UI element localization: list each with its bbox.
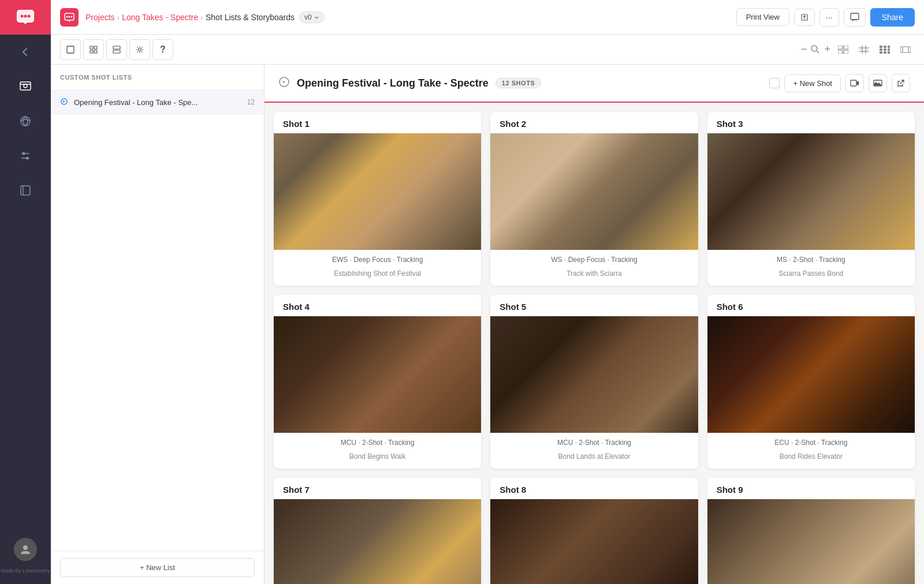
shot-placeholder-6 [707, 316, 915, 433]
tool-layout[interactable] [106, 39, 127, 60]
share-button[interactable]: Share [870, 8, 915, 27]
svg-rect-40 [880, 48, 882, 51]
shot-header-7: Shot 7 [274, 478, 481, 499]
user-avatar[interactable] [14, 538, 37, 561]
shot-card-7[interactable]: Shot 7 [274, 478, 481, 584]
shot-meta-3: MS · 2-Shot · Tracking [707, 250, 915, 267]
shots-grid: Shot 1 EWS · Deep Focus · Tracking Estab… [264, 103, 924, 584]
zoom-in-button[interactable]: + [824, 43, 830, 55]
tool-grid[interactable] [83, 39, 104, 60]
sidebar-item-globe[interactable] [0, 104, 51, 138]
svg-rect-32 [844, 50, 848, 54]
svg-rect-21 [90, 46, 93, 49]
comments-button[interactable] [844, 8, 866, 27]
view-grid-btn[interactable] [875, 42, 894, 58]
version-badge[interactable]: v0 [299, 12, 325, 23]
shot-desc-2: Track with Sciarra [490, 267, 698, 286]
shots-header-actions: + New Shot [769, 74, 910, 92]
help-button[interactable]: ? [152, 39, 173, 60]
shot-card-1[interactable]: Shot 1 EWS · Deep Focus · Tracking Estab… [274, 112, 481, 286]
shot-meta-1: EWS · Deep Focus · Tracking [274, 250, 481, 267]
shot-meta-5: MCU · 2-Shot · Tracking [490, 433, 698, 450]
view-filmstrip-btn[interactable] [896, 42, 915, 58]
svg-rect-51 [851, 80, 856, 86]
shots-count-badge: 12 SHOTS [495, 78, 542, 88]
new-shot-button[interactable]: + New Shot [784, 74, 841, 92]
svg-point-11 [26, 157, 29, 160]
svg-point-9 [23, 152, 25, 155]
shot-card-5[interactable]: Shot 5 MCU · 2-Shot · Tracking Bond Land… [490, 295, 698, 469]
shot-header-2: Shot 2 [490, 112, 698, 133]
shot-desc-5: Bond Lands at Elevator [490, 450, 698, 469]
app-logo[interactable] [0, 0, 51, 35]
shot-header-5: Shot 5 [490, 295, 698, 316]
breadcrumb-projects[interactable]: Projects [85, 13, 115, 22]
shot-card-8[interactable]: Shot 8 [490, 478, 698, 584]
shot-list-label: Opening Festival - Long Take - Spe... [74, 98, 243, 107]
sidebar-item-sliders[interactable] [0, 138, 51, 173]
shot-header-3: Shot 3 [707, 112, 915, 133]
shot-card-3[interactable]: Shot 3 MS · 2-Shot · Tracking Sciarra Pa… [707, 112, 915, 286]
shot-placeholder-9 [707, 499, 915, 584]
print-view-button[interactable]: Print View [736, 8, 789, 26]
shot-image-1 [274, 133, 481, 250]
shot-header-6: Shot 6 [707, 295, 915, 316]
breadcrumb: Projects › Long Takes - Spectre › Shot L… [85, 13, 295, 22]
svg-point-17 [71, 16, 73, 17]
export-button[interactable] [794, 9, 815, 26]
shot-list-item[interactable]: Opening Festival - Long Take - Spe... 12 [51, 91, 264, 114]
svg-point-4 [28, 15, 31, 18]
shot-image-4 [274, 316, 481, 433]
shot-placeholder-5 [490, 316, 698, 433]
shot-image-5 [490, 316, 698, 433]
sidebar: Made By Leanometry [0, 0, 51, 584]
shot-video-button[interactable] [845, 74, 864, 92]
shot-placeholder-3 [707, 133, 915, 250]
shot-list-count: 12 [247, 98, 255, 106]
svg-rect-20 [67, 46, 74, 53]
breadcrumb-sep2: › [200, 13, 203, 22]
sidebar-item-project[interactable] [0, 69, 51, 104]
svg-rect-38 [884, 46, 886, 48]
shot-desc-3: Sciarra Passes Bond [707, 267, 915, 286]
sidebar-item-back[interactable] [0, 35, 51, 69]
tool-frame[interactable] [60, 39, 81, 60]
shot-image-8 [490, 499, 698, 584]
content-area: CUSTOM SHOT LISTS Opening Festival - Lon… [51, 65, 924, 584]
view-list-btn[interactable] [834, 42, 852, 58]
settings-button[interactable] [129, 39, 150, 60]
svg-rect-31 [838, 50, 843, 54]
shot-card-6[interactable]: Shot 6 ECU · 2-Shot · Tracking Bond Ride… [707, 295, 915, 469]
view-table-btn[interactable] [855, 42, 873, 58]
share-link-button[interactable] [892, 74, 910, 92]
shot-list-icon [60, 98, 69, 107]
zoom-out-button[interactable]: − [801, 43, 807, 55]
new-list-button[interactable]: + New List [60, 558, 255, 577]
toolbar: ? − + [51, 35, 924, 65]
shot-image-7 [274, 499, 481, 584]
view-buttons [834, 42, 915, 58]
shot-placeholder-8 [490, 499, 698, 584]
shot-meta-6: ECU · 2-Shot · Tracking [707, 433, 915, 450]
shot-card-4[interactable]: Shot 4 MCU · 2-Shot · Tracking Bond Begi… [274, 295, 481, 469]
more-options-button[interactable]: ··· [819, 8, 839, 27]
svg-point-2 [21, 15, 24, 18]
shot-image-button[interactable] [869, 74, 887, 92]
select-all-checkbox[interactable] [769, 78, 780, 88]
top-bar-actions: Print View ··· Share [736, 8, 915, 27]
toolbar-right: − + [801, 42, 915, 58]
svg-rect-19 [851, 13, 859, 20]
svg-rect-39 [888, 46, 890, 48]
svg-rect-23 [90, 50, 93, 53]
shot-card-9[interactable]: Shot 9 [707, 478, 915, 584]
shot-header-1: Shot 1 [274, 112, 481, 133]
shots-main: Opening Festival - Long Take - Spectre 1… [264, 65, 924, 584]
shot-placeholder-2 [490, 133, 698, 250]
svg-rect-24 [94, 50, 97, 53]
breadcrumb-project-name[interactable]: Long Takes - Spectre [122, 13, 198, 22]
shots-header-icon [278, 76, 290, 91]
svg-rect-25 [113, 46, 120, 49]
shot-placeholder-4 [274, 316, 481, 433]
sidebar-item-book[interactable] [0, 173, 51, 208]
shot-card-2[interactable]: Shot 2 WS · Deep Focus · Tracking Track … [490, 112, 698, 286]
